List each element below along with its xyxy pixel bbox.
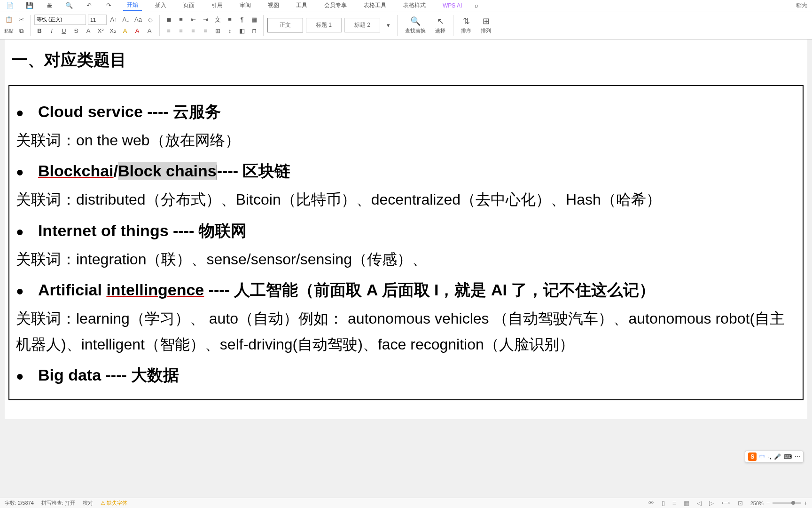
spacing-icon[interactable]: ↕: [225, 26, 235, 36]
item-title: Internet of things ---- 物联网: [38, 220, 247, 242]
superscript-icon[interactable]: X²: [95, 26, 106, 36]
tab-table-tools[interactable]: 表格工具: [360, 0, 390, 10]
tab-vip[interactable]: 会员专享: [320, 0, 351, 10]
font-effect-icon[interactable]: A: [83, 26, 94, 36]
distribute-icon[interactable]: ⊞: [212, 26, 223, 36]
font-color-icon[interactable]: A: [132, 26, 142, 36]
align-center-icon[interactable]: ≡: [176, 26, 186, 36]
item-title: Artificial intellingence ---- 人工智能（前面取 A…: [38, 279, 655, 301]
file-icon[interactable]: 📄: [5, 0, 15, 11]
find-replace-button[interactable]: 🔍查找替换: [401, 14, 429, 36]
bullet-icon: ●: [16, 225, 24, 238]
paste-label: 粘贴: [4, 26, 14, 36]
border-icon[interactable]: ▦: [249, 15, 259, 25]
number-list-icon[interactable]: ≡: [176, 15, 186, 25]
item-title: Big data ---- 大数据: [38, 365, 179, 386]
clear-format-icon[interactable]: ◇: [145, 15, 156, 25]
sogou-logo-icon: S: [748, 452, 757, 461]
print-icon[interactable]: 🖶: [44, 0, 55, 11]
sort-icon: ⇅: [463, 16, 470, 26]
char-border-icon[interactable]: A: [144, 26, 155, 36]
cut-icon[interactable]: ✂: [16, 15, 26, 25]
align-justify-icon[interactable]: ≡: [200, 26, 211, 36]
highlight-icon[interactable]: A: [120, 26, 130, 36]
menu-bar: 📄 💾 🖶 🔍 ↶ ↷ 开始 插入 页面 引用 审阅 视图 工具 会员专享 表格…: [0, 0, 812, 11]
divider: [30, 15, 31, 36]
document-area[interactable]: 一、对应类题目 ● Cloud service ---- 云服务 关联词：on …: [0, 40, 812, 498]
font-name-select[interactable]: [34, 15, 86, 25]
item-title: Blockchai/Block chains---- 区块链: [38, 160, 291, 182]
text-direction-icon[interactable]: 文: [212, 15, 223, 25]
divider: [397, 15, 398, 36]
arrange-button[interactable]: ⊞排列: [477, 14, 495, 36]
paragraph-icon[interactable]: ¶: [237, 15, 247, 25]
font-size-select[interactable]: [88, 15, 107, 25]
page: 一、对应类题目 ● Cloud service ---- 云服务 关联词：on …: [5, 40, 807, 419]
increase-indent-icon[interactable]: ⇥: [200, 15, 211, 25]
style-heading1[interactable]: 标题 1: [306, 18, 342, 32]
decrease-indent-icon[interactable]: ⇤: [188, 15, 198, 25]
ribbon-toolbar: 📋 ✂ 粘贴 ⧉ A↑ A↓ Aa ◇ B I U S A X² X₂ A A …: [0, 11, 812, 40]
search-icon: 🔍: [410, 16, 421, 26]
shading-icon[interactable]: ◧: [237, 26, 247, 36]
align-left-icon[interactable]: ≡: [164, 26, 174, 36]
bold-button[interactable]: B: [34, 26, 45, 36]
copy-icon[interactable]: ⧉: [16, 26, 26, 36]
ime-punct-icon[interactable]: ·,: [768, 453, 771, 460]
style-more-icon[interactable]: ▾: [383, 20, 393, 31]
right-top-label[interactable]: 稻壳: [796, 1, 807, 9]
tab-insert[interactable]: 插入: [151, 0, 170, 10]
tab-page[interactable]: 页面: [180, 0, 198, 10]
bullet-list-icon[interactable]: ≣: [164, 15, 174, 25]
preview-icon[interactable]: 🔍: [64, 0, 74, 11]
doc-heading: 一、对应类题目: [8, 40, 804, 85]
underline-button[interactable]: U: [59, 26, 69, 36]
decrease-font-icon[interactable]: A↓: [121, 15, 131, 25]
tab-stop-icon[interactable]: ⊓: [249, 26, 259, 36]
sort-button[interactable]: ⇅排序: [457, 14, 475, 36]
search-icon[interactable]: ⌕: [471, 0, 482, 11]
item-assoc: 关联词：integration（联）、sense/sensor/sensing（…: [16, 246, 796, 272]
paste-icon[interactable]: 📋: [4, 15, 14, 25]
tab-table-style[interactable]: 表格样式: [399, 0, 429, 10]
style-normal[interactable]: 正文: [267, 18, 303, 32]
content-frame: ● Cloud service ---- 云服务 关联词：on the web（…: [8, 85, 804, 400]
ime-bar[interactable]: S 中 ·, 🎤 ⌨ ⋯: [745, 451, 804, 463]
bullet-icon: ●: [16, 106, 24, 119]
ime-lang[interactable]: 中: [759, 453, 765, 461]
align-right-icon[interactable]: ≡: [188, 26, 198, 36]
tab-start[interactable]: 开始: [123, 0, 142, 11]
tab-ref[interactable]: 引用: [208, 0, 226, 10]
tab-tools[interactable]: 工具: [292, 0, 311, 10]
undo-icon[interactable]: ↶: [84, 0, 94, 11]
save-icon[interactable]: 💾: [24, 0, 35, 11]
change-case-icon[interactable]: Aa: [133, 15, 143, 25]
item-assoc: 关联词：on the web（放在网络）: [16, 127, 796, 153]
item-title: Cloud service ---- 云服务: [38, 101, 221, 123]
bullet-item: ● Internet of things ---- 物联网: [16, 220, 796, 242]
bullet-item: ● Artificial intellingence ---- 人工智能（前面取…: [16, 279, 796, 301]
arrange-icon: ⊞: [483, 16, 490, 26]
increase-font-icon[interactable]: A↑: [109, 15, 119, 25]
bullet-item: ● Blockchai/Block chains---- 区块链: [16, 160, 796, 182]
divider: [159, 15, 160, 36]
bullet-item: ● Cloud service ---- 云服务: [16, 101, 796, 123]
italic-button[interactable]: I: [47, 26, 57, 36]
strike-button[interactable]: S: [71, 26, 81, 36]
cursor-icon: ↖: [437, 16, 444, 26]
subscript-icon[interactable]: X₂: [108, 26, 118, 36]
item-assoc: 关联词：learning（学习）、 auto（自动）例如： autonomous…: [16, 306, 796, 357]
ime-keyboard-icon[interactable]: ⌨: [784, 453, 792, 460]
ime-mic-icon[interactable]: 🎤: [774, 453, 781, 460]
redo-icon[interactable]: ↷: [103, 0, 114, 11]
divider: [263, 15, 264, 36]
bullet-icon: ●: [16, 285, 24, 298]
style-heading2[interactable]: 标题 2: [344, 18, 380, 32]
wps-ai-label[interactable]: WPS AI: [443, 2, 462, 9]
ime-more-icon[interactable]: ⋯: [795, 453, 800, 460]
line-spacing-icon[interactable]: ≡: [225, 15, 235, 25]
bullet-item: ● Big data ---- 大数据: [16, 365, 796, 386]
tab-view[interactable]: 视图: [264, 0, 283, 10]
tab-review[interactable]: 审阅: [236, 0, 255, 10]
select-button[interactable]: ↖选择: [431, 14, 449, 36]
